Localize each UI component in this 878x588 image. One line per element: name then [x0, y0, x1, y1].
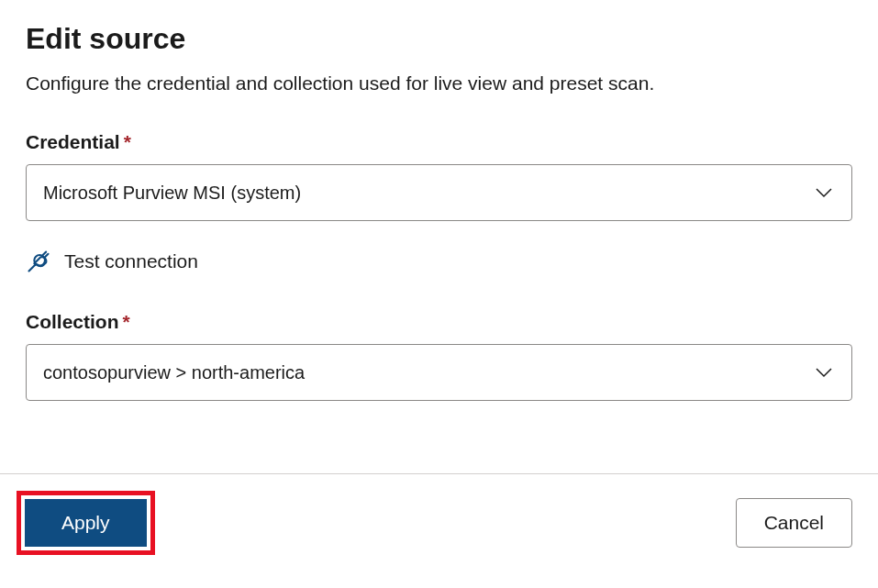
- required-indicator: *: [123, 311, 130, 332]
- test-connection-link[interactable]: Test connection: [26, 249, 852, 274]
- page-title: Edit source: [26, 22, 852, 56]
- chevron-down-icon: [813, 182, 835, 204]
- collection-label-text: Collection: [26, 311, 119, 332]
- svg-line-2: [43, 252, 47, 256]
- svg-line-3: [45, 254, 49, 258]
- required-indicator: *: [124, 131, 131, 152]
- apply-highlight-box: Apply: [17, 491, 155, 555]
- apply-button[interactable]: Apply: [25, 499, 147, 547]
- chevron-down-icon: [813, 361, 835, 383]
- credential-label: Credential*: [26, 131, 852, 153]
- collection-value: contosopurview > north-america: [43, 362, 305, 383]
- plug-icon: [26, 249, 51, 274]
- test-connection-text: Test connection: [64, 250, 198, 272]
- credential-dropdown[interactable]: Microsoft Purview MSI (system): [26, 164, 852, 221]
- svg-line-1: [29, 265, 36, 272]
- footer-actions: Apply Cancel: [0, 473, 878, 555]
- collection-dropdown[interactable]: contosopurview > north-america: [26, 344, 852, 401]
- collection-label: Collection*: [26, 311, 852, 333]
- page-description: Configure the credential and collection …: [26, 72, 852, 94]
- credential-label-text: Credential: [26, 131, 120, 152]
- credential-value: Microsoft Purview MSI (system): [43, 183, 301, 204]
- cancel-button[interactable]: Cancel: [736, 498, 852, 548]
